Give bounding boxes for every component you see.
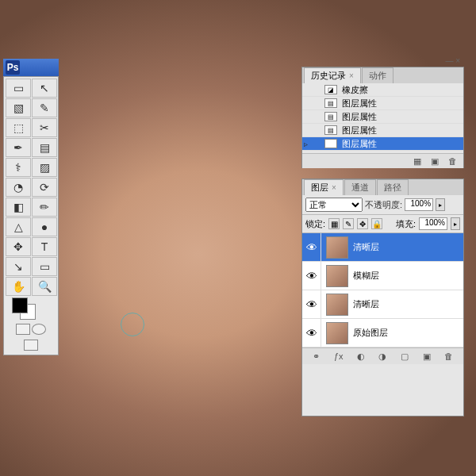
layer-thumbnail[interactable] <box>326 294 348 316</box>
marquee-tool[interactable]: ▭ <box>6 79 31 98</box>
visibility-toggle[interactable]: 👁 <box>302 319 321 347</box>
fill-input[interactable]: 100% <box>419 217 447 230</box>
opacity-arrow-icon[interactable]: ▸ <box>436 198 445 211</box>
ps-logo-icon: Ps <box>6 60 20 75</box>
history-item-label: 图层属性 <box>342 125 377 136</box>
layer-thumbnail[interactable] <box>326 236 348 259</box>
new-snapshot-icon[interactable]: ▣ <box>428 155 441 167</box>
eyedropper-tool[interactable]: ▭ <box>32 257 57 276</box>
gradient-tool[interactable]: ⟳ <box>32 178 57 197</box>
stamp-tool[interactable]: ⚕ <box>6 158 31 177</box>
blur-tool[interactable]: ◧ <box>6 198 31 217</box>
heal-tool[interactable]: ✒ <box>6 138 31 157</box>
lock-move-icon[interactable]: ✥ <box>357 218 368 229</box>
layers-panel: 图层× 通道 路径 正常 不透明度: 100% ▸ 锁定: ▦ ✎ ✥ 🔒 填充… <box>301 178 464 416</box>
wand-tool[interactable]: ✎ <box>32 98 57 117</box>
tab-history[interactable]: 历史记录× <box>304 67 361 83</box>
slice-tool[interactable]: ✂ <box>32 118 57 137</box>
type-tool[interactable]: ● <box>32 217 57 236</box>
history-item-label: 橡皮擦 <box>342 84 368 96</box>
hand-tool[interactable]: ✋ <box>6 277 31 296</box>
toolbox-header: Ps <box>3 59 59 76</box>
lock-all-icon[interactable]: 🔒 <box>371 218 382 229</box>
snapshot-icon[interactable]: ▦ <box>411 155 424 167</box>
history-item[interactable]: ▹▤图层属性 <box>302 137 463 151</box>
layers-footer: ⚭ ƒx ◐ ◑ ▢ ▣ 🗑 <box>302 347 463 364</box>
document-icon: ▤ <box>324 98 337 108</box>
history-brush-tool[interactable]: ▨ <box>32 158 57 177</box>
standard-mode-icon[interactable] <box>16 324 30 335</box>
quickmask-mode-icon[interactable] <box>32 324 46 335</box>
fill-arrow-icon[interactable]: ▸ <box>451 217 460 230</box>
lock-row: 锁定: ▦ ✎ ✥ 🔒 填充: 100% ▸ <box>302 215 463 233</box>
lock-label: 锁定: <box>305 218 325 230</box>
folder-icon[interactable]: ▢ <box>398 351 411 362</box>
notes-tool[interactable]: ↘ <box>6 257 31 276</box>
opacity-input[interactable]: 100% <box>405 198 433 211</box>
adjustment-icon[interactable]: ◑ <box>376 351 389 362</box>
history-item[interactable]: ▤图层属性 <box>302 124 463 137</box>
blend-mode-select[interactable]: 正常 <box>305 198 363 212</box>
screen-mode-icon[interactable] <box>24 340 38 351</box>
foreground-color[interactable] <box>12 298 28 313</box>
visibility-toggle[interactable]: 👁 <box>302 233 321 261</box>
fx-icon[interactable]: ƒx <box>332 351 345 362</box>
visibility-toggle[interactable]: 👁 <box>302 290 321 318</box>
crop-tool[interactable]: ⬚ <box>6 118 31 137</box>
history-item-label: 图层属性 <box>342 138 377 150</box>
lasso-tool[interactable]: ▧ <box>6 98 31 117</box>
shape-tool[interactable]: T <box>32 237 57 256</box>
panel-minimize-icon[interactable]: — × <box>445 56 460 65</box>
tool-grid: ▭ ↖ ▧ ✎ ⬚ ✂ ✒ ▤ ⚕ ▨ ◔ ⟳ ◧ ✏ △ ● ✥ T ↘ ▭ … <box>6 79 56 296</box>
link-icon[interactable]: ⚭ <box>310 351 323 362</box>
layer-thumbnail[interactable] <box>326 265 348 287</box>
lock-brush-icon[interactable]: ✎ <box>343 218 354 229</box>
layer-row[interactable]: 👁 原始图层 <box>302 319 463 347</box>
close-icon[interactable]: × <box>332 183 336 192</box>
eraser-tool[interactable]: ◔ <box>6 178 31 197</box>
toolbox-panel: ▭ ↖ ▧ ✎ ⬚ ✂ ✒ ▤ ⚕ ▨ ◔ ⟳ ◧ ✏ △ ● ✥ T ↘ ▭ … <box>3 76 59 355</box>
layer-list: 👁 清晰层 👁 模糊层 👁 清晰层 👁 原始图层 <box>302 233 463 347</box>
history-item[interactable]: ▤图层属性 <box>302 97 463 110</box>
layer-thumbnail[interactable] <box>326 322 348 344</box>
pen-tool[interactable]: △ <box>6 217 31 236</box>
tab-layers[interactable]: 图层× <box>304 179 344 195</box>
trash-icon[interactable]: 🗑 <box>443 351 455 362</box>
screenmode-row <box>6 337 56 353</box>
history-tabs: 历史记录× 动作 <box>302 67 463 83</box>
dodge-tool[interactable]: ✏ <box>32 198 57 217</box>
layer-name-label: 清晰层 <box>353 298 379 310</box>
move-tool[interactable]: ↖ <box>32 79 57 98</box>
mask-icon[interactable]: ◐ <box>355 351 367 362</box>
history-marker-icon: ▹ <box>304 140 308 148</box>
history-footer: ▦ ▣ 🗑 <box>302 153 463 168</box>
layer-options-row: 正常 不透明度: 100% ▸ <box>302 195 463 215</box>
brush-tool[interactable]: ▤ <box>32 138 57 157</box>
layers-tabs: 图层× 通道 路径 <box>302 179 463 195</box>
layer-row[interactable]: 👁 清晰层 <box>302 233 463 262</box>
tab-paths[interactable]: 路径 <box>377 179 409 195</box>
close-icon[interactable]: × <box>349 71 354 80</box>
path-tool[interactable]: ✥ <box>6 237 31 256</box>
tab-channels[interactable]: 通道 <box>344 179 376 195</box>
zoom-tool[interactable]: 🔍 <box>32 277 57 296</box>
history-item[interactable]: ▤图层属性 <box>302 110 463 124</box>
tab-history-label: 历史记录 <box>311 71 346 80</box>
document-icon: ▤ <box>324 139 337 148</box>
history-item-label: 图层属性 <box>342 111 377 123</box>
layer-name-label: 清晰层 <box>353 241 379 253</box>
layer-row[interactable]: 👁 清晰层 <box>302 290 463 319</box>
layer-name-label: 原始图层 <box>353 327 388 339</box>
trash-icon[interactable]: 🗑 <box>446 155 459 167</box>
layer-row[interactable]: 👁 模糊层 <box>302 262 463 290</box>
fill-label: 填充: <box>396 218 416 230</box>
visibility-toggle[interactable]: 👁 <box>302 262 321 290</box>
tab-layers-label: 图层 <box>311 182 328 192</box>
lock-pixels-icon[interactable]: ▦ <box>328 218 340 229</box>
eraser-icon: ◪ <box>324 85 337 94</box>
quickmask-row <box>6 321 56 337</box>
history-list: ◪橡皮擦 ▤图层属性 ▤图层属性 ▤图层属性 ▹▤图层属性 <box>302 83 463 153</box>
history-item[interactable]: ◪橡皮擦 <box>302 83 463 97</box>
tab-actions[interactable]: 动作 <box>362 67 393 83</box>
new-layer-icon[interactable]: ▣ <box>420 351 433 362</box>
